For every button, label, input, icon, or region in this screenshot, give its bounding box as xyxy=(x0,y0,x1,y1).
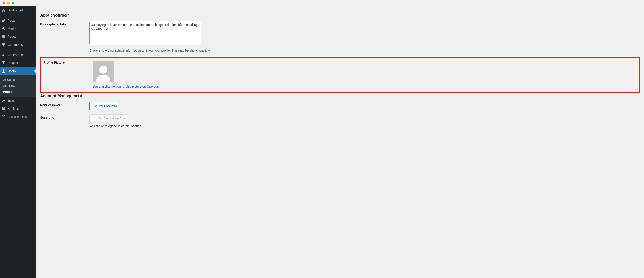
new-password-label: New Password xyxy=(40,102,90,107)
sidebar-item-plugins[interactable]: Plugins xyxy=(0,59,36,67)
gravatar-link[interactable]: You can change your profile picture on G… xyxy=(92,85,159,88)
gravatar-line: You can change your profile picture on G… xyxy=(92,85,249,88)
wrench-icon xyxy=(1,98,6,103)
collapse-menu-button[interactable]: Collapse menu xyxy=(0,113,36,121)
sidebar-item-dashboard[interactable]: Dashboard xyxy=(0,6,36,14)
period: . xyxy=(159,85,160,88)
set-new-password-button[interactable]: Set New Password xyxy=(90,102,120,110)
sidebar-item-comments[interactable]: Comments xyxy=(0,41,36,49)
admin-sidebar: Dashboard Posts Media Pages Commen xyxy=(0,6,36,278)
settings-icon xyxy=(1,106,6,111)
sidebar-item-settings[interactable]: Settings xyxy=(0,105,36,113)
page-icon xyxy=(1,34,6,39)
bio-label: Biographical Info xyxy=(40,21,90,26)
sidebar-item-media[interactable]: Media xyxy=(0,24,36,33)
main-content: About Yourself Biographical Info Share a… xyxy=(36,6,644,278)
sidebar-item-posts[interactable]: Posts xyxy=(0,16,36,24)
sessions-description: You are only logged in at this location. xyxy=(90,124,246,128)
sidebar-item-label: Users xyxy=(8,69,16,73)
about-yourself-heading: About Yourself xyxy=(40,13,640,18)
comment-icon xyxy=(1,42,6,47)
sidebar-item-label: Tools xyxy=(8,99,15,102)
avatar-silhouette-icon xyxy=(92,61,114,82)
profile-picture-label: Profile Picture xyxy=(44,61,92,64)
svg-point-2 xyxy=(99,66,107,74)
pin-icon xyxy=(1,18,6,23)
sidebar-subitem-add-new[interactable]: Add New xyxy=(0,83,36,89)
logout-everywhere-button[interactable]: Log Out Everywhere Else xyxy=(90,115,128,123)
sidebar-subitem-profile[interactable]: Profile xyxy=(0,89,36,95)
collapse-icon xyxy=(1,115,6,119)
sidebar-item-label: Posts xyxy=(8,19,16,22)
dashboard-icon xyxy=(1,8,6,12)
window-maximize-button[interactable] xyxy=(12,2,14,4)
sidebar-item-label: Pages xyxy=(8,35,16,38)
sidebar-item-appearance[interactable]: Appearance xyxy=(0,51,36,59)
svg-point-0 xyxy=(2,115,5,118)
account-management-heading: Account Management xyxy=(40,94,640,98)
bio-textarea[interactable] xyxy=(90,21,201,45)
sidebar-item-pages[interactable]: Pages xyxy=(0,33,36,41)
window-close-button[interactable] xyxy=(3,2,5,4)
sessions-label: Sessions xyxy=(40,115,90,119)
plug-icon xyxy=(1,61,6,65)
sidebar-subitem-all-users[interactable]: All Users xyxy=(0,77,36,83)
sidebar-item-users[interactable]: Users xyxy=(0,67,36,75)
brush-icon xyxy=(1,53,6,57)
sidebar-item-label: Dashboard xyxy=(8,8,23,12)
window-minimize-button[interactable] xyxy=(7,2,10,4)
profile-picture-highlight: Profile Picture You can change your prof… xyxy=(40,57,640,93)
avatar-placeholder xyxy=(92,61,114,82)
collapse-menu-label: Collapse menu xyxy=(8,115,27,119)
sidebar-item-label: Appearance xyxy=(8,53,24,57)
sidebar-item-label: Plugins xyxy=(8,61,18,65)
sidebar-submenu-users: All Users Add New Profile xyxy=(0,75,36,97)
sidebar-item-label: Settings xyxy=(8,107,19,111)
window-titlebar xyxy=(0,0,644,6)
sidebar-item-label: Media xyxy=(8,27,16,30)
sidebar-item-label: Comments xyxy=(8,43,23,46)
media-icon xyxy=(1,26,6,31)
bio-description: Share a little biographical information … xyxy=(90,49,246,52)
sidebar-item-tools[interactable]: Tools xyxy=(0,97,36,105)
user-icon xyxy=(1,69,6,73)
